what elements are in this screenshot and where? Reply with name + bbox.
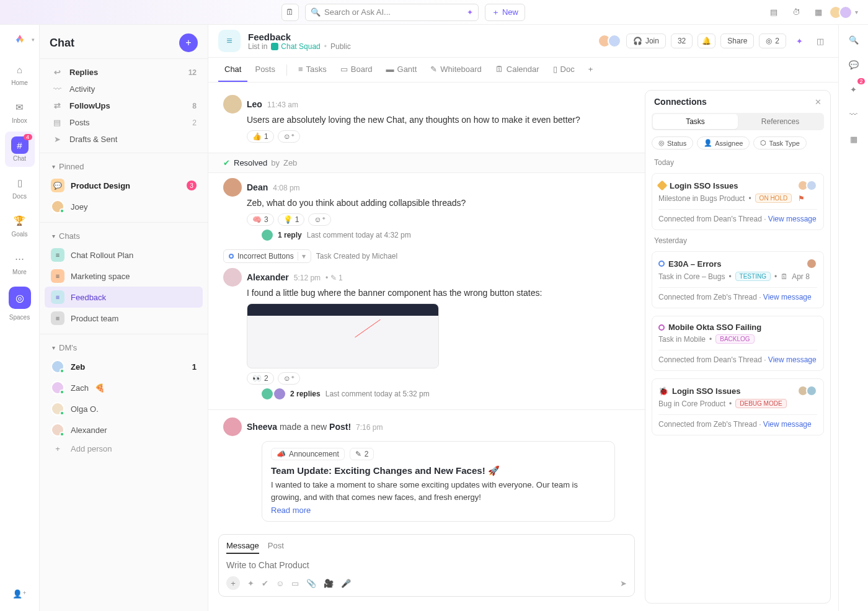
chat-icon[interactable]: 💬 bbox=[845, 56, 862, 73]
composer-input[interactable] bbox=[226, 560, 627, 570]
apps-icon[interactable]: ▦ bbox=[845, 130, 862, 148]
join-button[interactable]: 🎧 Join bbox=[626, 33, 666, 48]
rail-home[interactable]: ⌂ Home bbox=[5, 56, 35, 91]
dm-zach[interactable]: Zach 🍕 bbox=[45, 377, 203, 398]
workspace-logo[interactable] bbox=[11, 31, 29, 48]
rail-more[interactable]: ⋯ More bbox=[5, 245, 35, 280]
nav-replies[interactable]: ↩ Replies 12 bbox=[45, 64, 203, 81]
channel-product-team[interactable]: ≡ Product team bbox=[45, 308, 203, 329]
send-icon[interactable]: ➤ bbox=[620, 579, 627, 588]
post-card[interactable]: 📣 Announcement ✎ 2 Team Update: Exciting… bbox=[262, 441, 615, 522]
rail-spaces[interactable]: ◎ bbox=[9, 287, 31, 309]
nav-activity[interactable]: 〰 Activity bbox=[45, 81, 203, 97]
filter-assignee[interactable]: 👤Assignee bbox=[697, 136, 750, 149]
chats-header[interactable]: ▾ Chats bbox=[45, 228, 203, 244]
rail-inbox[interactable]: ✉ Inbox bbox=[5, 94, 35, 129]
new-button[interactable]: ＋ New bbox=[485, 4, 525, 21]
message-author[interactable]: Dean bbox=[247, 182, 268, 192]
member-avatars[interactable] bbox=[601, 34, 621, 48]
pinned-header[interactable]: ▾ Pinned bbox=[45, 158, 203, 175]
member-count-button[interactable]: 32 bbox=[671, 33, 693, 48]
channel-feedback[interactable]: ≡ Feedback bbox=[45, 287, 203, 308]
tab-gantt[interactable]: ▬Gantt bbox=[380, 58, 423, 82]
rail-chat[interactable]: 4 # Chat bbox=[5, 132, 35, 167]
panel-toggle-icon[interactable]: ◫ bbox=[812, 33, 828, 49]
search-icon[interactable]: 🔍 bbox=[845, 31, 862, 48]
view-message-link[interactable]: View message bbox=[763, 293, 812, 301]
filter-tasktype[interactable]: ⬡Task Type bbox=[753, 136, 806, 149]
message-author[interactable]: Alexander bbox=[247, 272, 289, 282]
dm-alexander[interactable]: Alexander bbox=[45, 419, 203, 440]
avatar[interactable] bbox=[223, 417, 242, 436]
dms-header[interactable]: ▾ DM's bbox=[45, 339, 203, 356]
task-chip[interactable]: Incorrect Buttons ▾ bbox=[223, 249, 311, 263]
nav-drafts[interactable]: ➤ Drafts & Sent bbox=[45, 131, 203, 148]
gif-icon[interactable]: ▭ bbox=[291, 579, 299, 588]
conn-tab-references[interactable]: References bbox=[738, 114, 823, 129]
image-attachment[interactable] bbox=[247, 303, 439, 368]
tab-tasks[interactable]: ≡Tasks bbox=[292, 58, 333, 82]
add-icon[interactable]: + bbox=[226, 576, 240, 590]
mic-icon[interactable]: 🎤 bbox=[341, 579, 351, 588]
filter-status[interactable]: ◎Status bbox=[652, 136, 693, 149]
view-message-link[interactable]: View message bbox=[768, 215, 817, 223]
tab-chat[interactable]: Chat bbox=[218, 58, 247, 82]
invite-icon[interactable]: 👤⁺ bbox=[12, 589, 27, 605]
avatar[interactable] bbox=[223, 178, 242, 197]
apps-grid-icon[interactable]: ▦ bbox=[810, 4, 826, 20]
attachment-icon[interactable]: 📎 bbox=[306, 579, 316, 588]
connection-card[interactable]: E30A – Errors Task in Core – Bugs • TEST… bbox=[652, 251, 824, 308]
message-author[interactable]: Leo bbox=[247, 99, 262, 109]
thread-summary[interactable]: 2 replies Last comment today at 5:32 pm bbox=[223, 386, 630, 402]
read-more-link[interactable]: Read more bbox=[271, 506, 606, 515]
sparkle-icon[interactable]: ✦2 bbox=[845, 81, 862, 98]
rail-docs[interactable]: ▯ Docs bbox=[5, 169, 35, 205]
user-avatars[interactable]: ▾ bbox=[833, 6, 858, 19]
emoji-icon[interactable]: ☺ bbox=[276, 579, 284, 588]
tab-whiteboard[interactable]: ✎Whiteboard bbox=[424, 58, 487, 82]
squad-link[interactable]: Chat Squad bbox=[271, 42, 320, 51]
dm-olga[interactable]: Olga O. bbox=[45, 398, 203, 419]
add-reaction[interactable]: ☺⁺ bbox=[308, 213, 330, 226]
view-message-link[interactable]: View message bbox=[768, 355, 817, 364]
connection-card[interactable]: 🐞 Login SSO Issues Bug in Core Product •… bbox=[652, 378, 824, 435]
conn-tab-tasks[interactable]: Tasks bbox=[653, 114, 738, 129]
calendar-icon[interactable]: 🗓 bbox=[281, 4, 299, 21]
tab-calendar[interactable]: 🗓Calendar bbox=[489, 58, 546, 82]
ai-icon[interactable]: ✦ bbox=[791, 33, 807, 49]
nav-posts[interactable]: ▤ Posts 2 bbox=[45, 114, 203, 131]
ai-sparkle-icon[interactable]: ✦ bbox=[247, 579, 254, 588]
viewers-pill[interactable]: ◎ 2 bbox=[759, 33, 786, 48]
connection-card[interactable]: Mobile Okta SSO Failing Task in Mobile •… bbox=[652, 316, 824, 371]
chevron-down-icon[interactable]: ▾ bbox=[298, 252, 306, 261]
rail-goals[interactable]: 🏆 Goals bbox=[5, 207, 35, 243]
nav-followups[interactable]: ⇄ FollowUps 8 bbox=[45, 97, 203, 114]
reaction[interactable]: 🧠 3 bbox=[247, 213, 274, 226]
channel-rollout[interactable]: ≡ Chat Rollout Plan bbox=[45, 244, 203, 265]
avatar[interactable] bbox=[223, 95, 242, 114]
resolved-banner[interactable]: ✔ Resolved by Zeb bbox=[208, 153, 645, 173]
new-chat-button[interactable]: + bbox=[179, 33, 198, 52]
add-view-button[interactable]: + bbox=[582, 58, 600, 82]
add-reaction[interactable]: ☺⁺ bbox=[278, 130, 300, 143]
composer-tab-post[interactable]: Post bbox=[268, 541, 284, 554]
close-icon[interactable]: ✕ bbox=[815, 97, 822, 107]
tab-doc[interactable]: ▯Doc bbox=[547, 58, 581, 82]
reaction[interactable]: 💡 1 bbox=[278, 213, 305, 226]
post-attach-count[interactable]: ✎ 2 bbox=[350, 448, 374, 460]
add-person[interactable]: + Add person bbox=[45, 440, 203, 457]
reaction[interactable]: 👍 1 bbox=[247, 130, 274, 143]
dm-zeb[interactable]: Zeb 1 bbox=[45, 356, 203, 377]
pinned-joey[interactable]: Joey bbox=[45, 196, 203, 217]
connection-card[interactable]: Login SSO Issues Milestone in Bugs Produ… bbox=[652, 173, 824, 230]
global-search[interactable]: 🔍 Search or Ask AI... ✦ bbox=[305, 4, 479, 21]
video-icon[interactable]: 🎥 bbox=[324, 579, 334, 588]
timer-icon[interactable]: ⏱ bbox=[788, 4, 804, 20]
reaction[interactable]: 👀 2 bbox=[247, 372, 274, 385]
add-reaction[interactable]: ☺⁺ bbox=[278, 372, 300, 385]
tab-posts[interactable]: Posts bbox=[249, 58, 281, 82]
post-author[interactable]: Sheeva bbox=[247, 422, 277, 432]
task-icon[interactable]: ✔ bbox=[262, 579, 268, 588]
avatar[interactable] bbox=[223, 268, 242, 287]
view-message-link[interactable]: View message bbox=[763, 420, 812, 429]
